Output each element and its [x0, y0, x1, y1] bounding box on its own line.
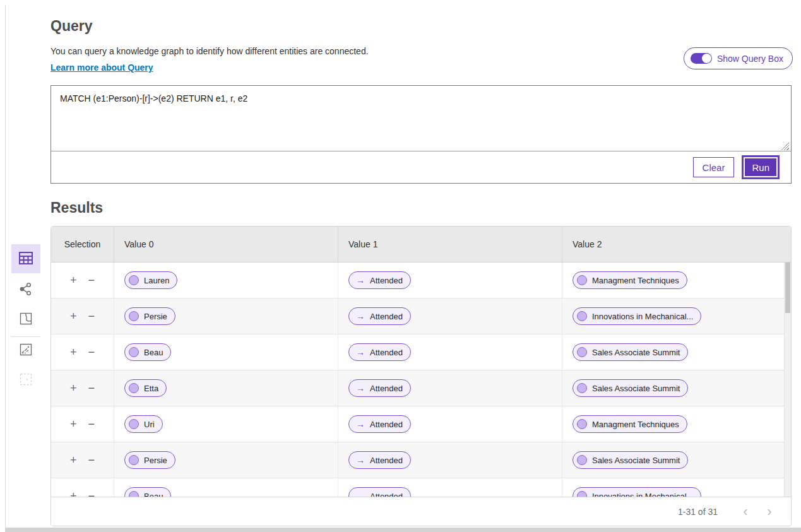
column-header-selection: Selection [51, 227, 114, 262]
selection-cell: + − [51, 263, 114, 298]
arrow-right-icon: → [356, 419, 365, 429]
table-row: + − Persie → Attended Innovations in Mec… [51, 299, 791, 334]
arrow-right-icon: → [356, 455, 365, 465]
entity-node-icon [577, 311, 587, 321]
remove-from-selection-button[interactable]: − [87, 273, 97, 287]
entity-node-icon [129, 383, 139, 393]
chevron-left-icon[interactable]: ‹ [738, 505, 753, 519]
page-description: You can query a knowledge graph to ident… [50, 46, 369, 56]
entity-chip-label: Innovations in Mechanical... [592, 312, 693, 321]
value2-cell: Sales Associate Summit [562, 442, 791, 478]
query-editor-panel: MATCH (e1:Person)-[r]->(e2) RETURN e1, r… [50, 85, 792, 184]
sidebar-item-link-chart-view[interactable] [11, 341, 40, 360]
table-scrollbar-thumb[interactable] [785, 263, 790, 313]
value1-cell: → Attended [338, 406, 562, 442]
table-row: + − Beau → Attended Sales Associate Summ… [51, 334, 791, 370]
relation-chip[interactable]: → Attended [348, 379, 411, 397]
entity-chip[interactable]: Managment Techniques [573, 415, 687, 433]
toggle-label: Show Query Box [717, 54, 783, 64]
value0-cell: Beau [114, 334, 338, 370]
learn-more-link[interactable]: Learn more about Query [50, 62, 153, 73]
value1-cell: → Attended [338, 370, 562, 406]
entity-chip[interactable]: Etta [124, 379, 167, 397]
entity-node-icon [129, 275, 139, 285]
value2-cell: Innovations in Mechanical... [562, 478, 791, 497]
entity-chip[interactable]: Innovations in Mechanical... [573, 487, 701, 497]
value1-cell: → Attended [338, 334, 562, 370]
selection-cell: + − [51, 370, 114, 406]
relation-chip[interactable]: → Attended [348, 271, 411, 289]
add-to-selection-button[interactable]: + [69, 273, 78, 287]
sidebar-divider [11, 336, 40, 337]
entity-node-icon [129, 491, 139, 497]
entity-node-icon [577, 275, 587, 285]
show-query-box-toggle[interactable]: Show Query Box [684, 47, 793, 69]
entity-chip[interactable]: Persie [124, 451, 175, 469]
entity-chip-label: Etta [144, 384, 158, 393]
relation-chip-label: Attended [370, 312, 403, 321]
add-to-selection-button[interactable]: + [69, 417, 78, 431]
entity-chip[interactable]: Lauren [124, 271, 177, 289]
relation-chip-label: Attended [370, 384, 403, 393]
entity-chip[interactable]: Beau [124, 343, 171, 361]
value1-cell: → Attended [338, 442, 562, 478]
relation-chip[interactable]: → Attended [348, 415, 411, 433]
value2-cell: Innovations in Mechanical... [562, 299, 791, 334]
link-chart-icon [19, 343, 33, 358]
toggle-switch-icon[interactable] [691, 53, 712, 64]
entity-chip-label: Persie [144, 456, 167, 465]
entity-chip[interactable]: Sales Associate Summit [573, 343, 688, 361]
value0-cell: Persie [114, 299, 338, 334]
entity-chip[interactable]: Beau [124, 487, 171, 497]
selection-cell: + − [51, 442, 114, 478]
entity-chip[interactable]: Sales Associate Summit [573, 379, 688, 397]
column-header-value2: Value 2 [562, 227, 791, 262]
relation-chip[interactable]: → Attended [348, 487, 411, 497]
entity-chip-label: Sales Associate Summit [592, 456, 680, 465]
value2-cell: Sales Associate Summit [562, 370, 791, 406]
sidebar-item-table-view[interactable] [11, 244, 40, 273]
entity-chip[interactable]: Uri [124, 415, 163, 433]
remove-from-selection-button[interactable]: − [87, 345, 97, 359]
results-table: Selection Value 0 Value 1 Value 2 + − La… [50, 226, 792, 526]
sidebar-item-map-view[interactable] [11, 310, 40, 329]
entity-chip-label: Sales Associate Summit [592, 384, 680, 393]
value0-cell: Beau [114, 478, 338, 497]
remove-from-selection-button[interactable]: − [87, 489, 97, 497]
relation-chip[interactable]: → Attended [348, 451, 411, 469]
query-input[interactable]: MATCH (e1:Person)-[r]->(e2) RETURN e1, r… [51, 86, 791, 151]
entity-node-icon [577, 419, 587, 429]
table-icon [18, 250, 34, 268]
entity-chip[interactable]: Innovations in Mechanical... [573, 307, 701, 325]
entity-chip[interactable]: Managment Techniques [573, 271, 687, 289]
relation-chip[interactable]: → Attended [348, 307, 411, 325]
table-row: + − Persie → Attended Sales Associate Su… [51, 442, 791, 478]
chevron-right-icon[interactable]: › [762, 505, 777, 519]
remove-from-selection-button[interactable]: − [87, 417, 97, 431]
add-to-selection-button[interactable]: + [69, 453, 78, 467]
entity-node-icon [577, 491, 587, 497]
arrow-right-icon: → [356, 311, 365, 321]
table-body: + − Lauren → Attended Managment Techniqu… [51, 263, 791, 497]
entity-chip-label: Lauren [144, 276, 169, 285]
run-button[interactable]: Run [742, 155, 780, 179]
value0-cell: Persie [114, 442, 338, 478]
value0-cell: Etta [114, 370, 338, 406]
entity-chip[interactable]: Sales Associate Summit [573, 451, 688, 469]
add-to-selection-button[interactable]: + [69, 345, 78, 359]
entity-chip[interactable]: Persie [124, 307, 175, 325]
graph-icon [19, 282, 33, 298]
sidebar-item-graph-view[interactable] [11, 280, 40, 299]
table-row: + − Uri → Attended Managment Techniques [51, 406, 791, 442]
table-row: + − Etta → Attended Sales Associate Summ… [51, 370, 791, 406]
remove-from-selection-button[interactable]: − [87, 453, 97, 467]
relation-chip-label: Attended [370, 276, 403, 285]
clear-button[interactable]: Clear [693, 157, 735, 177]
relation-chip[interactable]: → Attended [348, 343, 411, 361]
entity-chip-label: Uri [144, 420, 155, 429]
add-to-selection-button[interactable]: + [69, 381, 78, 395]
add-to-selection-button[interactable]: + [69, 489, 78, 497]
add-to-selection-button[interactable]: + [69, 309, 78, 323]
remove-from-selection-button[interactable]: − [87, 381, 97, 395]
remove-from-selection-button[interactable]: − [87, 309, 97, 323]
